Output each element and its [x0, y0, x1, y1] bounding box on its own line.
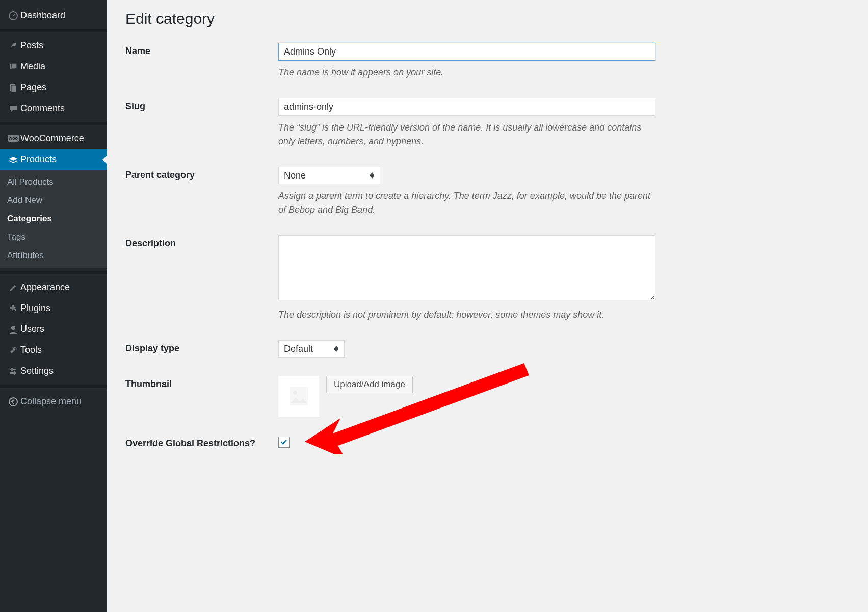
slug-help: The “slug” is the URL-friendly version o… — [278, 121, 655, 148]
sidebar-item-label: Media — [20, 61, 45, 72]
svg-rect-11 — [14, 371, 15, 375]
sidebar-item-label: Comments — [20, 103, 65, 114]
sidebar-item-woocommerce[interactable]: woo WooCommerce — [0, 128, 107, 149]
main-content: Edit category Name The name is how it ap… — [107, 0, 868, 612]
svg-point-14 — [293, 391, 297, 395]
sidebar-item-label: WooCommerce — [20, 133, 84, 144]
row-thumbnail: Thumbnail Upload/Add image — [125, 376, 850, 417]
svg-point-12 — [9, 398, 17, 406]
sidebar-item-label: Appearance — [20, 282, 70, 293]
products-icon — [6, 155, 20, 165]
description-label: Description — [125, 235, 278, 249]
collapse-menu[interactable]: Collapse menu — [0, 391, 107, 412]
sidebar-item-settings[interactable]: Settings — [0, 361, 107, 381]
sidebar-item-pages[interactable]: Pages — [0, 77, 107, 98]
dashboard-icon — [6, 11, 20, 21]
media-icon — [6, 62, 20, 72]
pages-icon — [6, 83, 20, 93]
comments-icon — [6, 104, 20, 114]
name-label: Name — [125, 43, 278, 57]
submenu-tags[interactable]: Tags — [0, 228, 107, 246]
submenu-attributes[interactable]: Attributes — [0, 246, 107, 265]
woo-icon: woo — [6, 135, 20, 143]
tools-icon — [6, 345, 20, 355]
description-textarea[interactable] — [278, 235, 655, 300]
settings-icon — [6, 366, 20, 376]
sidebar-item-products[interactable]: Products — [0, 149, 107, 170]
sidebar-separator — [0, 122, 107, 125]
sidebar-item-comments[interactable]: Comments — [0, 98, 107, 119]
upload-image-button[interactable]: Upload/Add image — [326, 376, 413, 393]
plugins-icon — [6, 303, 20, 314]
pin-icon — [6, 41, 20, 51]
sidebar-item-label: Dashboard — [20, 10, 65, 21]
parent-select[interactable]: None — [278, 167, 380, 184]
svg-rect-9 — [10, 372, 16, 374]
page-title: Edit category — [125, 10, 850, 28]
sidebar-item-plugins[interactable]: Plugins — [0, 298, 107, 319]
sidebar-separator — [0, 385, 107, 388]
row-override: Override Global Restrictions? — [125, 435, 850, 449]
slug-input[interactable] — [278, 98, 655, 116]
row-display-type: Display type Default — [125, 340, 850, 358]
parent-help: Assign a parent term to create a hierarc… — [278, 189, 655, 217]
collapse-menu-label: Collapse menu — [20, 396, 82, 407]
svg-point-7 — [11, 326, 15, 330]
sidebar-item-tools[interactable]: Tools — [0, 340, 107, 361]
row-name: Name The name is how it appears on your … — [125, 43, 850, 80]
row-description: Description The description is not promi… — [125, 235, 850, 322]
svg-rect-10 — [11, 368, 13, 371]
submenu-categories[interactable]: Categories — [0, 210, 107, 228]
svg-rect-4 — [11, 85, 16, 92]
display-type-label: Display type — [125, 340, 278, 354]
submenu-add-new[interactable]: Add New — [0, 191, 107, 210]
sidebar-item-users[interactable]: Users — [0, 319, 107, 340]
name-input[interactable] — [278, 43, 655, 61]
override-label: Override Global Restrictions? — [125, 435, 278, 449]
sidebar-item-label: Plugins — [20, 303, 50, 314]
name-help: The name is how it appears on your site. — [278, 66, 655, 80]
appearance-icon — [6, 283, 20, 293]
display-type-select[interactable]: Default — [278, 340, 345, 358]
parent-label: Parent category — [125, 167, 278, 181]
products-submenu: All Products Add New Categories Tags Att… — [0, 170, 107, 268]
sidebar-item-label: Tools — [20, 345, 42, 355]
sidebar-separator — [0, 271, 107, 274]
users-icon — [6, 324, 20, 335]
row-parent: Parent category None Assign a parent ter… — [125, 167, 850, 217]
description-help: The description is not prominent by defa… — [278, 308, 655, 322]
sidebar-item-label: Settings — [20, 366, 54, 376]
sidebar-item-media[interactable]: Media — [0, 56, 107, 77]
submenu-all-products[interactable]: All Products — [0, 173, 107, 191]
sidebar-item-label: Posts — [20, 40, 43, 51]
row-slug: Slug The “slug” is the URL-friendly vers… — [125, 98, 850, 148]
sidebar-item-label: Users — [20, 324, 44, 335]
sidebar-item-label: Products — [20, 154, 57, 165]
sidebar-item-posts[interactable]: Posts — [0, 35, 107, 56]
svg-rect-8 — [10, 369, 16, 370]
sidebar-item-label: Pages — [20, 82, 46, 93]
admin-sidebar: Dashboard Posts Media Pages Comments woo… — [0, 0, 107, 612]
override-checkbox[interactable] — [278, 437, 290, 448]
sidebar-item-dashboard[interactable]: Dashboard — [0, 5, 107, 26]
svg-text:woo: woo — [8, 136, 18, 141]
thumbnail-placeholder — [278, 376, 319, 417]
svg-rect-2 — [12, 63, 17, 68]
sidebar-separator — [0, 29, 107, 32]
sidebar-item-appearance[interactable]: Appearance — [0, 277, 107, 298]
thumbnail-label: Thumbnail — [125, 376, 278, 390]
collapse-icon — [6, 397, 20, 407]
slug-label: Slug — [125, 98, 278, 112]
